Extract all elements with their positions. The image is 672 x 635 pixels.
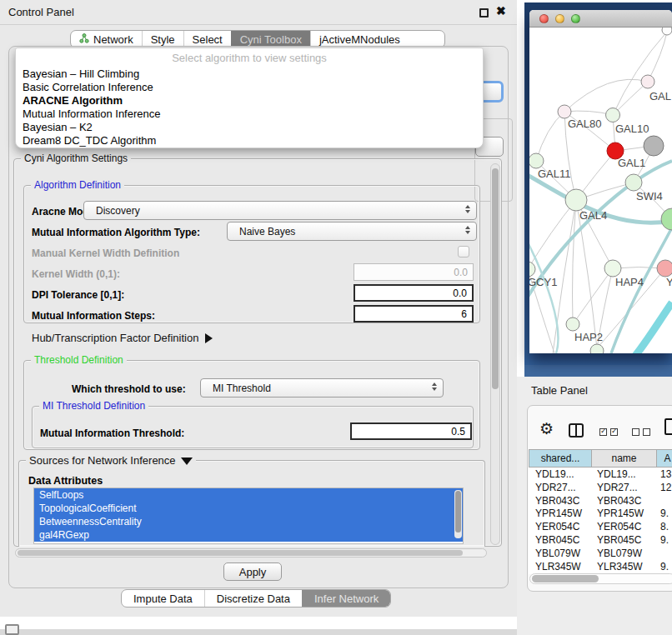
checked-checkbox-icon[interactable] bbox=[599, 428, 607, 436]
list-item[interactable]: gal4RGexp bbox=[34, 528, 463, 542]
unchecked-checkbox-icon[interactable] bbox=[632, 428, 639, 436]
mi-steps-label: Mutual Information Steps: bbox=[32, 310, 155, 322]
table-horizontal-scrollbar[interactable] bbox=[529, 573, 672, 584]
node-salmon[interactable] bbox=[657, 260, 672, 277]
node-hap4[interactable] bbox=[604, 260, 621, 277]
dropdown-item[interactable]: Dream8 DC_TDC Algorithm bbox=[19, 134, 478, 148]
cell-name: YLR345W bbox=[597, 561, 643, 572]
checked-checkbox-icon[interactable] bbox=[610, 428, 618, 436]
table-row[interactable]: YBR045CYBR045C9. bbox=[529, 533, 672, 547]
unchecked-checkbox-icon[interactable] bbox=[643, 428, 650, 436]
mi-threshold-field[interactable]: 0.5 bbox=[350, 422, 472, 440]
node-gal11[interactable] bbox=[529, 153, 544, 168]
cell-shared: YLR345W bbox=[535, 561, 581, 572]
gear-icon[interactable]: ⚙ bbox=[539, 419, 554, 438]
cell-name: YBL079W bbox=[597, 548, 642, 559]
table-row[interactable]: YDR27...YDR27...12 bbox=[529, 481, 672, 494]
node-gal10[interactable] bbox=[606, 108, 620, 122]
list-item[interactable]: BetweennessCentrality bbox=[34, 515, 463, 528]
mi-threshold-label: Mutual Information Threshold: bbox=[40, 428, 184, 439]
tab-impute-data-label: Impute Data bbox=[133, 592, 193, 605]
file-icon[interactable] bbox=[664, 418, 672, 435]
settings-vertical-scrollbar[interactable] bbox=[490, 163, 500, 545]
tab-jactivemnodules[interactable]: jActiveMNodules bbox=[310, 31, 409, 48]
kernel-width-field[interactable]: 0.0 bbox=[354, 263, 474, 281]
network-window-titlebar[interactable] bbox=[529, 10, 672, 28]
table-container: ⚙ shared... name A YDL19...YDL19...13 YD… bbox=[527, 405, 672, 592]
cell-shared: YDL19... bbox=[535, 468, 574, 480]
cell-a: 8. bbox=[660, 521, 669, 532]
column-header-shared[interactable]: shared... bbox=[529, 449, 592, 468]
table-row[interactable]: YLR345WYLR345W9. bbox=[529, 560, 672, 573]
dropdown-item-selected[interactable]: ARACNE Algorithm bbox=[19, 94, 478, 108]
table-row[interactable]: YDL19...YDL19...13 bbox=[529, 468, 672, 481]
columns-icon[interactable] bbox=[569, 423, 584, 438]
dropdown-item[interactable]: Mutual Information Inference bbox=[19, 108, 478, 121]
table-row[interactable]: YPR145WYPR145W9. bbox=[529, 507, 672, 520]
float-window-icon[interactable] bbox=[479, 8, 489, 18]
column-header-name[interactable]: name bbox=[592, 449, 657, 468]
node-gal80[interactable] bbox=[558, 105, 571, 118]
zoom-traffic-light[interactable] bbox=[571, 14, 580, 23]
list-vertical-scrollbar[interactable] bbox=[454, 490, 462, 538]
manual-kernel-width-label: Manual Kernel Width Definition bbox=[32, 248, 179, 259]
table-row[interactable]: YBL079WYBL079W bbox=[529, 547, 672, 560]
scrollbar-thumb[interactable] bbox=[532, 575, 599, 582]
node-right-green[interactable] bbox=[661, 208, 672, 230]
node-gal4[interactable] bbox=[565, 189, 587, 211]
scrollbar-thumb[interactable] bbox=[455, 491, 461, 532]
tab-select[interactable]: Select bbox=[183, 31, 231, 48]
cell-a: 13 bbox=[660, 468, 671, 480]
dpi-tolerance-field[interactable]: 0.0 bbox=[354, 284, 474, 302]
node-label: HAP2 bbox=[574, 331, 603, 343]
list-item[interactable]: TopologicalCoefficient bbox=[34, 502, 463, 515]
tab-discretize-data[interactable]: Discretize Data bbox=[204, 590, 302, 607]
collapse-arrow-icon bbox=[181, 458, 193, 465]
tab-style[interactable]: Style bbox=[142, 31, 183, 48]
kernel-width-label: Kernel Width (0,1): bbox=[32, 268, 120, 280]
close-traffic-light[interactable] bbox=[539, 14, 549, 23]
network-canvas[interactable]: GAL GAL80 GAL10 GAL1 GAL11 SWI4 GAL4 GCY… bbox=[529, 28, 672, 353]
tab-style-label: Style bbox=[151, 33, 175, 46]
column-header-a[interactable]: A bbox=[657, 449, 672, 468]
scrollbar-thumb[interactable] bbox=[492, 168, 499, 389]
mi-steps-field[interactable]: 6 bbox=[354, 305, 474, 322]
tab-network[interactable]: Network bbox=[71, 31, 142, 48]
scrollbar-thumb[interactable] bbox=[18, 550, 463, 556]
close-icon[interactable]: ✖ bbox=[496, 4, 506, 18]
dropdown-item[interactable]: Bayesian – K2 bbox=[19, 121, 478, 134]
node-gray-hub[interactable] bbox=[644, 136, 664, 156]
settings-horizontal-scrollbar[interactable] bbox=[15, 548, 487, 558]
node-left-partial[interactable] bbox=[529, 262, 535, 277]
data-attributes-label: Data Attributes bbox=[28, 475, 103, 487]
dropdown-item[interactable]: Basic Correlation Inference bbox=[19, 81, 478, 94]
cell-name: YDL19... bbox=[597, 468, 636, 480]
which-threshold-select[interactable]: MI Threshold bbox=[200, 378, 444, 398]
node-gal-cut[interactable] bbox=[641, 75, 654, 88]
table-row[interactable]: YER054CYER054C8. bbox=[529, 520, 672, 533]
tab-cyni-toolbox-label: Cyni Toolbox bbox=[240, 33, 302, 46]
cell-name: YBR045C bbox=[597, 534, 641, 546]
sources-group-title-text: Sources for Network Inference bbox=[29, 454, 176, 467]
minimized-panel-icon[interactable] bbox=[5, 624, 19, 635]
sources-group-title[interactable]: Sources for Network Inference bbox=[26, 454, 196, 467]
aracne-mode-select[interactable]: Discovery bbox=[83, 201, 477, 220]
list-item[interactable]: SelfLoops bbox=[34, 488, 463, 502]
node-hap2[interactable] bbox=[566, 318, 579, 331]
mi-algorithm-type-select[interactable]: Naive Bayes bbox=[227, 222, 477, 241]
hub-definition-expander[interactable]: Hub/Transcription Factor Definition bbox=[32, 332, 213, 344]
algorithm-dropdown-placeholder: Select algorithm to view settings bbox=[16, 52, 483, 64]
node-bottom-partial[interactable] bbox=[590, 344, 604, 353]
node-swi4[interactable] bbox=[625, 174, 642, 191]
manual-kernel-width-checkbox[interactable] bbox=[458, 246, 469, 258]
tab-cyni-toolbox[interactable]: Cyni Toolbox bbox=[231, 31, 310, 48]
node-top-partial[interactable] bbox=[662, 28, 672, 35]
dropdown-item[interactable]: Bayesian – Hill Climbing bbox=[19, 68, 478, 81]
table-row[interactable]: YBR043CYBR043C bbox=[529, 494, 672, 508]
mi-algorithm-type-value: Naive Bayes bbox=[239, 226, 295, 238]
tab-infer-network[interactable]: Infer Network bbox=[302, 590, 390, 607]
cyni-algorithm-settings-title: Cyni Algorithm Settings bbox=[21, 152, 131, 164]
minimize-traffic-light[interactable] bbox=[555, 14, 564, 23]
tab-impute-data[interactable]: Impute Data bbox=[122, 590, 204, 607]
apply-button[interactable]: Apply bbox=[223, 562, 282, 581]
